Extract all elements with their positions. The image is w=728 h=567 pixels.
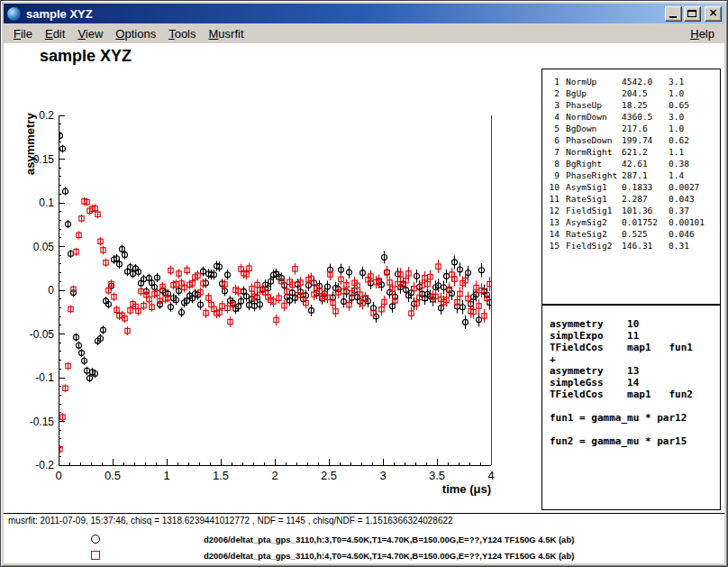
svg-text:0: 0 <box>48 284 54 297</box>
legend-entry: d2006/deltat_pta_gps_3110,h:3,T0=4.50K,T… <box>4 531 724 547</box>
svg-text:3.5: 3.5 <box>429 469 445 482</box>
legend-label: d2006/deltat_pta_gps_3110,h:4,T0=4.50K,T… <box>204 551 574 561</box>
y-axis-title: asymmetry <box>23 113 37 175</box>
param-row: 4NormDown4360.53.0 <box>547 111 720 123</box>
legend-label: d2006/deltat_pta_gps_3110,h:3,T0=4.50K,T… <box>204 535 574 544</box>
menu-item-file[interactable]: File <box>7 25 39 43</box>
data-series-square <box>58 197 492 453</box>
svg-text:0.5: 0.5 <box>105 469 121 482</box>
window-controls: × <box>665 6 722 22</box>
svg-text:1.5: 1.5 <box>213 469 229 482</box>
app-window: sample XYZ × FileEditViewOptionsToolsMus… <box>0 0 728 567</box>
plot-legend: d2006/deltat_pta_gps_3110,h:3,T0=4.50K,T… <box>4 531 724 563</box>
minimize-button[interactable] <box>665 6 682 22</box>
close-icon: × <box>705 7 721 19</box>
svg-text:0.2: 0.2 <box>39 109 54 122</box>
svg-text:-0.2: -0.2 <box>35 459 54 471</box>
param-row: 8BgRight42.610.38 <box>547 158 720 169</box>
app-icon <box>6 6 22 22</box>
minimize-icon <box>669 16 677 18</box>
circle-marker-icon <box>91 535 100 544</box>
svg-text:-0.15: -0.15 <box>30 416 55 428</box>
svg-text:4: 4 <box>487 469 494 482</box>
title-bar[interactable]: sample XYZ × <box>4 4 724 23</box>
menu-items-right: Help <box>684 25 721 43</box>
svg-text:-0.1: -0.1 <box>35 371 54 384</box>
svg-text:2: 2 <box>271 469 278 482</box>
menu-items-left: FileEditViewOptionsToolsMusrfit <box>7 25 250 43</box>
param-row: 11RateSig12.2870.043 <box>547 193 720 205</box>
fit-status-text: musrfit: 2011-07-09, 15:37:46, chisq = 1… <box>8 516 453 526</box>
param-row: 10AsymSig10.18330.0027 <box>547 181 720 193</box>
plot-axes <box>59 115 491 465</box>
maximize-button[interactable] <box>684 6 701 22</box>
svg-text:0: 0 <box>55 469 61 482</box>
svg-text:-0.05: -0.05 <box>30 328 55 341</box>
param-row: 3PhaseUp18.250.65 <box>547 99 720 111</box>
param-row: 2BgUp204.51.0 <box>547 87 720 99</box>
data-series-circle <box>58 132 493 382</box>
close-button[interactable]: × <box>705 6 722 22</box>
theory-panel: asymmetry 10 simplExpo 11 TFieldCos map1… <box>541 305 721 510</box>
param-row: 15FieldSig2146.310.31 <box>547 240 720 251</box>
svg-text:0.05: 0.05 <box>33 241 55 253</box>
client-area: sample XYZ 0.20.150.10.050-0.05-0.1-0.15… <box>4 43 724 563</box>
square-marker-icon <box>91 551 100 560</box>
menu-item-musrfit[interactable]: Musrfit <box>203 25 250 43</box>
menu-item-help[interactable]: Help <box>684 25 721 43</box>
param-row: 14RateSig20.5250.046 <box>547 228 720 240</box>
menu-bar: FileEditViewOptionsToolsMusrfit Help <box>4 24 724 43</box>
theory-text: asymmetry 10 simplExpo 11 TFieldCos map1… <box>542 306 720 447</box>
svg-text:3: 3 <box>379 469 386 482</box>
param-row: 12FieldSig1101.360.37 <box>547 205 720 216</box>
menu-item-view[interactable]: View <box>71 25 109 43</box>
legend-entry: d2006/deltat_pta_gps_3110,h:4,T0=4.50K,T… <box>4 547 724 563</box>
plot-canvas[interactable]: 0.20.150.10.050-0.05-0.1-0.15-0.200.511.… <box>4 44 541 513</box>
parameter-panel: 1NormUp4542.03.12BgUp204.51.03PhaseUp18.… <box>541 69 721 305</box>
param-row: 5BgDown217.61.0 <box>547 123 720 134</box>
svg-text:0.1: 0.1 <box>39 197 54 209</box>
param-row: 1NormUp4542.03.1 <box>547 76 720 87</box>
param-row: 6PhaseDown199.740.62 <box>547 134 720 146</box>
menu-item-tools[interactable]: Tools <box>162 25 202 43</box>
canvas-divider <box>4 513 724 514</box>
param-row: 7NormRight621.21.1 <box>547 146 720 158</box>
menu-item-edit[interactable]: Edit <box>39 25 71 43</box>
x-axis-title: time (μs) <box>442 482 491 496</box>
window-title: sample XYZ <box>26 7 660 21</box>
maximize-icon <box>687 10 696 17</box>
svg-text:2.5: 2.5 <box>321 469 337 482</box>
menu-item-options[interactable]: Options <box>109 25 162 43</box>
param-row: 13AsymSig20.017520.00101 <box>547 216 720 228</box>
param-row: 9PhaseRight287.11.4 <box>547 169 720 181</box>
svg-text:1: 1 <box>163 469 169 482</box>
